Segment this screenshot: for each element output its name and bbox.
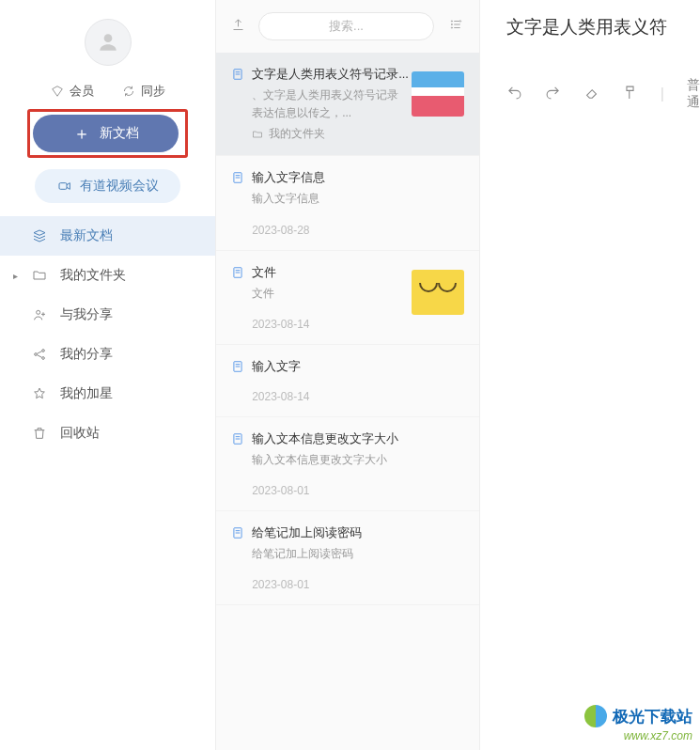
folder-icon (252, 129, 263, 140)
svg-point-0 (103, 34, 112, 42)
note-title: 输入文字 (252, 358, 301, 375)
note-item[interactable]: 输入文字 2023-08-14 (216, 345, 479, 417)
share-icon (32, 347, 47, 362)
watermark-brand: 极光下载站 (613, 706, 692, 727)
video-icon (57, 179, 72, 194)
svg-point-4 (42, 350, 45, 352)
sort-icon[interactable] (447, 18, 464, 35)
note-folder: 我的文件夹 (252, 126, 464, 142)
note-item[interactable]: 文字是人类用表义符号记录... 、文字是人类用表义符号记录表达信息以传之，...… (216, 53, 479, 156)
sync-label: 同步 (141, 83, 165, 100)
plus-icon: ＋ (73, 125, 90, 142)
svg-point-5 (42, 357, 45, 360)
nav-label: 我的分享 (60, 346, 113, 363)
eraser-button[interactable] (583, 85, 599, 104)
redo-button[interactable] (545, 85, 561, 104)
style-selector[interactable]: 普通 (687, 77, 700, 111)
svg-point-6 (451, 21, 452, 22)
note-preview: 输入文字信息 (252, 190, 402, 208)
format-brush-button[interactable] (622, 85, 638, 104)
note-title: 输入文字信息 (252, 169, 325, 186)
sidebar-nav: 最新文档 ▸ 我的文件夹 与我分享 我的分享 我的加星 回收站 (0, 216, 215, 453)
svg-rect-1 (59, 183, 67, 190)
undo-button[interactable] (506, 85, 522, 104)
doc-icon (231, 432, 244, 445)
doc-icon (231, 526, 244, 539)
note-title: 输入文本信息更改文字大小 (252, 430, 398, 447)
stack-icon (32, 228, 47, 243)
diamond-icon (51, 85, 64, 98)
note-item[interactable]: 输入文本信息更改文字大小 输入文本信息更改文字大小 2023-08-01 (216, 417, 479, 511)
note-item[interactable]: 给笔记加上阅读密码 给笔记加上阅读密码 2023-08-01 (216, 511, 479, 605)
svg-point-8 (451, 27, 452, 28)
note-thumbnail (412, 71, 464, 117)
doc-icon (231, 266, 244, 279)
note-date: 2023-08-14 (252, 390, 464, 403)
nav-my-share[interactable]: 我的分享 (0, 335, 215, 374)
new-doc-highlight: ＋ 新文档 (27, 109, 188, 158)
watermark-url: www.xz7.com (624, 729, 692, 742)
svg-point-2 (37, 310, 40, 314)
note-date: 2023-08-14 (252, 318, 464, 331)
star-icon (32, 386, 47, 401)
nav-trash[interactable]: 回收站 (0, 414, 215, 453)
nav-label: 我的文件夹 (60, 267, 126, 284)
nav-label: 最新文档 (60, 227, 113, 244)
note-title: 文件 (252, 264, 276, 281)
note-preview: 给笔记加上阅读密码 (252, 545, 402, 563)
video-meeting-button[interactable]: 有道视频会议 (35, 169, 180, 203)
editor-toolbar: | 普通 (506, 77, 700, 111)
svg-point-7 (451, 23, 452, 24)
note-preview: 、文字是人类用表义符号记录表达信息以传之，... (252, 86, 402, 122)
nav-label: 回收站 (60, 425, 100, 442)
document-title[interactable]: 文字是人类用表义符 (506, 15, 700, 39)
watermark: 极光下载站 www.xz7.com (583, 703, 692, 742)
nav-recent[interactable]: 最新文档 (0, 216, 215, 256)
video-meet-label: 有道视频会议 (80, 178, 159, 195)
note-item[interactable]: 文件 文件 2023-08-14 (216, 251, 479, 345)
note-preview: 输入文本信息更改文字大小 (252, 451, 402, 469)
sync-link[interactable]: 同步 (122, 83, 165, 100)
editor-panel: 文字是人类用表义符 | 普通 (480, 0, 700, 750)
note-title: 文字是人类用表义符号记录... (252, 66, 409, 83)
new-doc-label: 新文档 (100, 125, 139, 142)
note-date: 2023-08-28 (252, 224, 464, 237)
folder-icon (32, 268, 47, 283)
sidebar: 会员 同步 ＋ 新文档 有道视频会议 最新文档 (0, 0, 215, 750)
note-date: 2023-08-01 (252, 578, 464, 591)
nav-label: 与我分享 (60, 306, 113, 323)
note-date: 2023-08-01 (252, 484, 464, 497)
doc-icon (231, 360, 244, 373)
note-list: 文字是人类用表义符号记录... 、文字是人类用表义符号记录表达信息以传之，...… (216, 53, 479, 750)
nav-starred[interactable]: 我的加星 (0, 374, 215, 414)
nav-shared-with-me[interactable]: 与我分享 (0, 295, 215, 335)
refresh-icon (122, 85, 135, 98)
new-doc-button[interactable]: ＋ 新文档 (33, 115, 179, 152)
trash-icon (32, 426, 47, 441)
avatar[interactable] (85, 19, 132, 66)
user-plus-icon (32, 307, 47, 322)
member-link[interactable]: 会员 (51, 83, 94, 100)
search-input[interactable]: 搜索... (258, 12, 434, 40)
note-thumbnail (412, 270, 464, 315)
note-item[interactable]: 输入文字信息 输入文字信息 2023-08-28 (216, 156, 479, 250)
note-title: 给笔记加上阅读密码 (252, 524, 362, 541)
nav-my-folder[interactable]: ▸ 我的文件夹 (0, 256, 215, 295)
notes-list-panel: 搜索... 文字是人类用表义符号记录... 、文字是人类用表义符号记录表达信息以… (215, 0, 480, 750)
note-preview: 文件 (252, 285, 402, 303)
member-label: 会员 (70, 83, 94, 100)
doc-icon (231, 68, 244, 81)
search-placeholder: 搜索... (329, 18, 364, 35)
svg-point-3 (35, 353, 38, 356)
watermark-logo-icon (583, 703, 609, 729)
chevron-right-icon: ▸ (13, 271, 18, 281)
doc-icon (231, 171, 244, 184)
nav-label: 我的加星 (60, 385, 113, 402)
upload-icon[interactable] (231, 18, 245, 36)
